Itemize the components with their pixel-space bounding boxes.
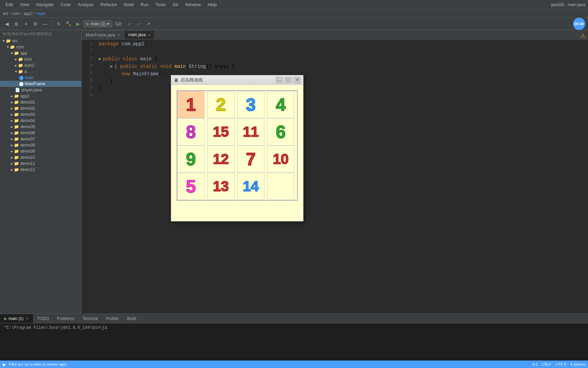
terminal-tab-todo[interactable]: TODO: [33, 314, 53, 323]
sidebar-item-demo07[interactable]: ▸ 📁 demo07: [0, 136, 81, 142]
dialog-minimize-btn[interactable]: —: [276, 77, 283, 83]
tab-main[interactable]: main.java ✕: [124, 30, 155, 39]
run-icon: ▶: [4, 316, 7, 321]
menu-analyze[interactable]: Analyze: [75, 1, 96, 8]
dialog-close-btn[interactable]: ✕: [294, 77, 300, 83]
breadcrumb-ect[interactable]: ect: [3, 11, 8, 16]
sidebar-item-demo01[interactable]: ▸ 📁 demo01: [0, 99, 81, 105]
breadcrumb-main[interactable]: main: [36, 11, 45, 16]
sidebar-item-demo06[interactable]: ▸ 📁 demo06: [0, 130, 81, 136]
sidebar-item-demo02[interactable]: ▸ 📁 demo02: [0, 105, 81, 111]
status-right: 8:1 CRLF UTF-8 4 spaces: [533, 362, 585, 366]
toolbar-minimize-btn[interactable]: —: [41, 20, 49, 28]
game-cell-4[interactable]: 4: [267, 91, 294, 118]
tab-main-close[interactable]: ✕: [148, 33, 150, 37]
game-cell-15[interactable]: 15: [207, 118, 234, 145]
sidebar-item-icon2[interactable]: ▸ 📁 icon2: [0, 62, 81, 68]
sidebar-item-com[interactable]: ▾ 📁 com: [0, 44, 81, 50]
menu-view[interactable]: View: [17, 1, 32, 8]
game-cell-empty[interactable]: [267, 173, 294, 200]
menu-code[interactable]: Code: [58, 1, 74, 8]
timer-badge: 00:40: [573, 18, 585, 30]
menu-git[interactable]: Git: [170, 1, 181, 8]
game-cell-7[interactable]: 7: [237, 145, 264, 173]
menu-edit[interactable]: Edit: [3, 1, 16, 8]
sidebar-item-main[interactable]: ⬤ main: [0, 75, 81, 81]
tab-mainframe[interactable]: MainFrame.java ✕: [82, 30, 124, 39]
editor-area[interactable]: 1 2 3 4 5 6 7 8 package com.app2; ▶ publ…: [82, 40, 588, 313]
toolbar-build-btn[interactable]: 🔨: [64, 20, 72, 28]
menu-run[interactable]: Run: [138, 1, 151, 8]
dialog-content: 1 2 3 4 8 15 11 6 9 12 7 10 5 13 14: [171, 85, 303, 221]
breadcrumb-bar: ect / com / app2 / main: [0, 10, 588, 18]
tab-mainframe-close[interactable]: ✕: [117, 33, 120, 37]
game-cell-12[interactable]: 12: [207, 145, 234, 173]
menu-navigate[interactable]: Navigate: [33, 1, 56, 8]
sidebar-item-mainframe[interactable]: ⬤ MainFrame: [0, 81, 81, 87]
game-cell-11[interactable]: 11: [237, 118, 264, 145]
breadcrumb-app2[interactable]: app2: [23, 11, 33, 16]
git-push-btn[interactable]: ↗: [144, 20, 152, 28]
dialog-title-text: 石头阵游戏: [181, 77, 274, 83]
terminal-content: "C:\Program Files\Java\jdk1.8.0_144\bin\…: [0, 323, 588, 332]
toolbar-bookmark-btn[interactable]: ⊞: [12, 20, 20, 28]
git-check-btn[interactable]: ✓: [125, 20, 133, 28]
dialog-maximize-btn[interactable]: □: [285, 77, 292, 83]
sidebar-item-demo03[interactable]: ▸ 📁 demo03: [0, 111, 81, 118]
terminal: ▶ main (1) ✕ TODO Problems Terminal Prof…: [0, 313, 588, 368]
game-cell-5[interactable]: 5: [177, 173, 205, 200]
run-config-arrow: ▾: [107, 21, 109, 26]
sidebar-item-app[interactable]: ▾ 📁 app: [0, 50, 81, 56]
menu-tools[interactable]: Tools: [153, 1, 168, 8]
line-numbers: 1 2 3 4 5 6 7 8: [82, 40, 95, 99]
code-line-2: [99, 48, 588, 55]
toolbar-structure-btn[interactable]: ≡: [22, 20, 30, 28]
sidebar-item-a[interactable]: ▾ 📁 a: [0, 68, 81, 75]
menu-refactor[interactable]: Refactor: [98, 1, 120, 8]
game-cell-2[interactable]: 2: [207, 91, 234, 118]
toolbar-settings-btn[interactable]: ⚙: [31, 20, 39, 28]
terminal-tab-terminal[interactable]: Terminal: [78, 314, 102, 323]
sidebar-item-src[interactable]: ▾ 📁 src: [0, 38, 81, 44]
sidebar-item-demo04[interactable]: ▸ 📁 demo04: [0, 118, 81, 124]
terminal-tab-run[interactable]: ▶ main (1) ✕: [0, 314, 33, 323]
sidebar-item-app2[interactable]: ▸ 📁 app2: [0, 93, 81, 99]
tab-main-label: main.java: [128, 32, 146, 37]
terminal-tab-build[interactable]: Build: [123, 314, 141, 323]
game-cell-8[interactable]: 8: [177, 118, 205, 145]
game-cell-3[interactable]: 3: [237, 91, 264, 118]
game-cell-13[interactable]: 13: [207, 173, 234, 200]
game-cell-6[interactable]: 6: [267, 118, 294, 145]
sidebar-item-demo08[interactable]: ▸ 📁 demo08: [0, 142, 81, 148]
game-cell-1[interactable]: 1: [177, 91, 205, 118]
status-position: 8:1: [533, 362, 538, 366]
toolbar-refresh-btn[interactable]: ↻: [55, 20, 63, 28]
sidebar-item-shiyan[interactable]: 📄 shiyan.java: [0, 87, 81, 93]
sidebar-item-icon[interactable]: ▸ 📁 icon: [0, 56, 81, 62]
menu-build[interactable]: Build: [121, 1, 136, 8]
sidebar-item-demo12[interactable]: ▸ 📁 demo12: [0, 167, 81, 173]
game-cell-14[interactable]: 14: [237, 173, 264, 200]
sidebar-item-demo09[interactable]: ▸ 📁 demo09: [0, 148, 81, 154]
toolbar-back-btn[interactable]: ◀: [3, 20, 11, 28]
game-cell-10[interactable]: 10: [267, 145, 294, 173]
sidebar-item-demo11[interactable]: ▸ 📁 demo11: [0, 160, 81, 167]
status-spaces: 4 spaces: [570, 362, 585, 366]
terminal-tab-close[interactable]: ✕: [26, 316, 29, 321]
run-config-selector[interactable]: ▶ main (1) ▾: [83, 20, 112, 27]
git-check2-btn[interactable]: ✓: [135, 20, 143, 28]
terminal-tab-problems[interactable]: Problems: [53, 314, 78, 323]
toolbar-run-btn[interactable]: ▶: [74, 20, 82, 28]
terminal-tabs: ▶ main (1) ✕ TODO Problems Terminal Prof…: [0, 314, 588, 323]
menu-window[interactable]: Window: [182, 1, 203, 8]
menu-bar: Edit View Navigate Code Analyze Refactor…: [0, 0, 588, 10]
dialog-title-icon: 🖥: [174, 77, 179, 83]
terminal-tab-profiler[interactable]: Profiler: [102, 314, 123, 323]
sidebar-item-demo10[interactable]: ▸ 📁 demo10: [0, 154, 81, 160]
game-cell-9[interactable]: 9: [177, 145, 205, 173]
warning-icon: ⚠: [581, 33, 585, 39]
code-line-3: ▶ public class main {: [99, 55, 588, 63]
sidebar-item-demo05[interactable]: ▸ 📁 demo05: [0, 124, 81, 130]
breadcrumb-com[interactable]: com: [12, 11, 20, 16]
menu-help[interactable]: Help: [205, 1, 219, 8]
